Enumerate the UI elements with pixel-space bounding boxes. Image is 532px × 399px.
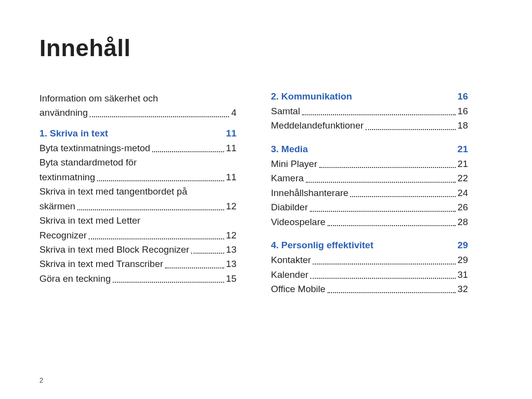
leader-dots: [319, 167, 456, 168]
toc-entry: Kontakter 29: [271, 253, 468, 267]
toc-entry-label: Diabilder: [271, 200, 308, 214]
page-title: Innehåll: [39, 34, 493, 62]
leader-dots: [97, 180, 224, 181]
leader-dots: [310, 211, 456, 212]
leader-dots: [302, 114, 456, 115]
toc-entry: Videospelare 28: [271, 215, 468, 229]
toc-entry: Diabilder 26: [271, 200, 468, 214]
section-heading-page: 16: [458, 91, 468, 102]
toc-entry-label: Byta textinmatnings-metod: [39, 141, 150, 155]
section-heading-page: 21: [458, 144, 468, 155]
toc-section-heading: 1. Skriva in text 11: [39, 128, 236, 139]
toc-page: Innehåll Information om säkerhet och anv…: [0, 0, 532, 399]
toc-entry: Skriva in text med Letter Recognizer 12: [39, 213, 236, 242]
toc-entry-label: Kontakter: [271, 253, 311, 267]
leader-dots: [366, 129, 456, 130]
leader-dots: [313, 264, 456, 265]
toc-entry-page: 18: [458, 118, 468, 133]
toc-entry-page: 13: [226, 257, 236, 271]
toc-entry: Kalender 31: [271, 267, 468, 282]
toc-entry-label: Skriva in text med Transcriber: [39, 257, 163, 271]
leader-dots: [191, 253, 224, 254]
toc-entry: Skriva in text med tangentbordet på skär…: [39, 184, 236, 213]
toc-entry: Information om säkerhet och användning 4: [39, 91, 236, 120]
leader-dots: [306, 182, 456, 183]
toc-entry-page: 26: [458, 200, 468, 214]
toc-entry: Skriva in text med Block Recognizer 13: [39, 242, 236, 257]
leader-dots: [328, 292, 456, 293]
toc-entry-page: 31: [458, 267, 468, 282]
section-heading-label: 1. Skriva in text: [39, 128, 108, 139]
leader-dots: [310, 278, 456, 279]
toc-entry-page: 12: [226, 228, 236, 242]
toc-entry-label: Meddelandefunktioner: [271, 118, 364, 133]
toc-entry-page: 13: [226, 242, 236, 257]
toc-section-heading: 3. Media 21: [271, 144, 468, 155]
toc-entry: Mini Player 21: [271, 157, 468, 171]
toc-entry: Göra en teckning 15: [39, 271, 236, 286]
toc-entry-label-line1: Skriva in text med Letter: [39, 213, 236, 228]
leader-dots: [165, 267, 224, 268]
toc-entry-page: 15: [226, 271, 236, 286]
leader-dots: [328, 225, 456, 226]
section-heading-label: 3. Media: [271, 144, 308, 155]
toc-entry-page: 29: [458, 253, 468, 267]
toc-entry-label-line2: skärmen: [39, 199, 75, 213]
toc-entry-label: Office Mobile: [271, 282, 326, 296]
toc-column-right: 2. Kommunikation 16 Samtal 16 Meddelande…: [271, 91, 468, 296]
toc-entry-label: Innehållshanterare: [271, 186, 348, 200]
toc-entry-page: 11: [226, 141, 236, 155]
toc-section-heading: 2. Kommunikation 16: [271, 91, 468, 102]
toc-entry-page: 24: [458, 186, 468, 200]
toc-entry-page: 21: [458, 157, 468, 171]
toc-entry-page: 28: [458, 215, 468, 229]
toc-entry: Samtal 16: [271, 104, 468, 118]
toc-entry-label: Kamera: [271, 171, 304, 185]
toc-entry: Kamera 22: [271, 171, 468, 185]
toc-column-left: Information om säkerhet och användning 4…: [39, 91, 236, 296]
toc-entry: Innehållshanterare 24: [271, 186, 468, 200]
toc-entry-label-line1: Skriva in text med tangentbordet på: [39, 184, 236, 199]
leader-dots: [350, 196, 455, 197]
toc-entry-page: 4: [231, 105, 236, 120]
toc-entry-label: Göra en teckning: [39, 271, 111, 286]
toc-entry-page: 11: [226, 170, 236, 184]
section-heading-page: 29: [458, 240, 468, 251]
toc-entry: Byta textinmatnings-metod 11: [39, 141, 236, 155]
footer-page-number: 2: [39, 376, 43, 384]
toc-section-heading: 4. Personlig effektivitet 29: [271, 240, 468, 251]
leader-dots: [89, 238, 224, 239]
toc-columns: Information om säkerhet och användning 4…: [39, 91, 493, 296]
toc-entry-label: Skriva in text med Block Recognizer: [39, 242, 189, 257]
toc-entry-label-line1: Byta standardmetod för: [39, 155, 236, 169]
section-heading-label: 4. Personlig effektivitet: [271, 240, 373, 251]
toc-entry: Byta standardmetod för textinmatning 11: [39, 155, 236, 184]
leader-dots: [90, 116, 229, 117]
toc-entry-page: 32: [458, 282, 468, 296]
toc-entry-label: Kalender: [271, 267, 308, 282]
toc-entry-label: Videospelare: [271, 215, 326, 229]
leader-dots: [113, 282, 224, 283]
leader-dots: [152, 151, 224, 152]
toc-entry: Skriva in text med Transcriber 13: [39, 257, 236, 271]
section-heading-page: 11: [226, 128, 236, 139]
toc-entry-label: Samtal: [271, 104, 300, 118]
toc-entry: Meddelandefunktioner 18: [271, 118, 468, 133]
toc-entry-page: 22: [458, 171, 468, 185]
toc-entry-label-line2: Recognizer: [39, 228, 87, 242]
toc-entry-page: 16: [458, 104, 468, 118]
leader-dots: [77, 209, 224, 210]
toc-entry-label-line2: användning: [39, 105, 88, 120]
toc-entry: Office Mobile 32: [271, 282, 468, 296]
toc-entry-label-line1: Information om säkerhet och: [39, 91, 236, 105]
toc-entry-page: 12: [226, 199, 236, 213]
toc-entry-label-line2: textinmatning: [39, 170, 95, 184]
section-heading-label: 2. Kommunikation: [271, 91, 352, 102]
toc-entry-label: Mini Player: [271, 157, 317, 171]
